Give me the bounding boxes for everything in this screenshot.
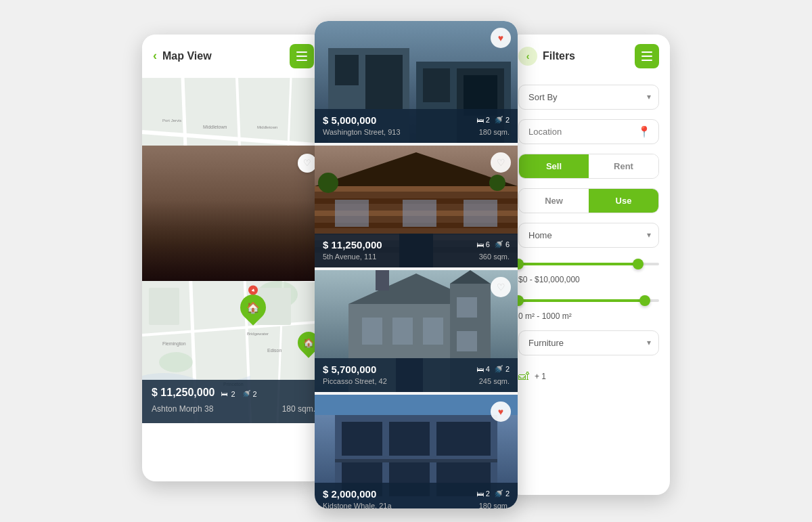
furniture-badge: + 1 [535, 372, 546, 381]
listing-2-sqm: 360 sqm. [479, 253, 510, 261]
listing-3-price: $ 5,700,000 [323, 364, 376, 375]
listing-3-beds: 🛏 4 [476, 365, 490, 373]
listing-4-address: Kidstone Whale, 21a [323, 502, 392, 508]
filters-panel: ‹ Filters Sort By Price: Low to High Pri… [508, 35, 670, 495]
property-type-row: Home Apartment Villa Office ▾ [518, 223, 659, 248]
svg-rect-57 [362, 318, 382, 345]
price-range-row: $0 - $10,000,000 [518, 257, 659, 284]
new-use-toggle: New Use [518, 188, 659, 213]
map-panel: ‹ Map View [142, 35, 325, 481]
listing-3-heart[interactable]: ♡ [491, 277, 511, 297]
sort-by-select[interactable]: Sort By Price: Low to High Price: High t… [518, 85, 659, 110]
svg-text:Middletown: Middletown [203, 125, 227, 129]
sell-rent-toggle-row: Sell Rent [518, 154, 659, 179]
filters-menu-button[interactable] [635, 44, 659, 68]
svg-rect-67 [389, 422, 430, 456]
furniture-row: Furniture Furnished Unfurnished ▾ [518, 330, 659, 355]
listing-4-sqm: 180 sqm. [479, 502, 510, 508]
listing-card-3[interactable]: $ 5,700,000 🛏 4 🚿 2 Piccasso Street, 42 [315, 270, 518, 392]
listing-3-address: Piccasso Street, 42 [323, 377, 387, 385]
rent-button[interactable]: Rent [589, 154, 658, 178]
furniture-badge-row: 🛋 + 1 [518, 365, 659, 388]
map-image-heart[interactable]: ♡ [298, 154, 317, 173]
sort-by-row: Sort By Price: Low to High Price: High t… [518, 85, 659, 110]
svg-rect-33 [365, 55, 403, 109]
svg-rect-73 [315, 395, 518, 415]
listing-card-1[interactable]: $ 5,000,000 🛏 2 🚿 2 Washington Street, 9 [315, 21, 518, 143]
svg-rect-47 [403, 200, 436, 227]
property-type-wrapper: Home Apartment Villa Office ▾ [518, 223, 659, 248]
svg-rect-48 [464, 200, 497, 227]
panels-container: ‹ Map View [142, 21, 670, 508]
svg-point-50 [318, 173, 338, 193]
sort-by-wrapper: Sort By Price: Low to High Price: High t… [518, 85, 659, 110]
svg-rect-59 [423, 318, 443, 345]
svg-rect-46 [335, 200, 369, 227]
map-pin-2[interactable]: 🏠 ♥ [240, 295, 266, 320]
map-property-price: $ 11,250,000 [152, 387, 215, 399]
svg-rect-72 [335, 459, 497, 462]
listing-2-price: $ 11,250,000 [323, 239, 382, 251]
area-range-row: 0 m² - 1000 m² [518, 294, 659, 321]
svg-rect-68 [436, 422, 491, 456]
listing-card-2[interactable]: $ 11,250,000 🛏 6 🚿 6 5th Avenue, 111 [315, 146, 518, 267]
map-property-card: $ 11,250,000 🛏 2 🚿 2 Ashton Morph 38 180… [142, 380, 325, 423]
price-range-thumb-right[interactable] [633, 259, 644, 269]
price-range-slider[interactable] [518, 257, 659, 271]
map-menu-button[interactable] [290, 44, 314, 68]
svg-rect-63 [376, 270, 389, 290]
map-back-arrow[interactable]: ‹ [153, 49, 157, 63]
listing-4-baths: 🚿 2 [494, 490, 510, 498]
location-row: 📍 [518, 119, 659, 144]
svg-text:Flemington: Flemington [162, 341, 186, 347]
use-button[interactable]: Use [589, 189, 658, 213]
listing-4-beds: 🛏 2 [476, 490, 490, 498]
map-title: Map View [162, 50, 212, 62]
bath-count: 🚿 2 [242, 390, 257, 398]
listing-4-price: $ 2,000,000 [323, 488, 376, 500]
svg-text:Edison: Edison [267, 348, 282, 353]
map-featured-image: ♡ [142, 146, 325, 281]
area-range-thumb-right[interactable] [639, 295, 650, 306]
location-pin-icon: 📍 [637, 125, 651, 138]
listing-3-baths: 🚿 2 [494, 365, 510, 374]
listings-panel[interactable]: $ 5,000,000 🛏 2 🚿 2 Washington Street, 9 [315, 21, 518, 508]
furniture-wrapper: Furniture Furnished Unfurnished ▾ [518, 330, 659, 355]
area-range-slider[interactable] [518, 294, 659, 307]
map-property-sqm: 180 sqm. [282, 404, 315, 414]
property-type-select[interactable]: Home Apartment Villa Office [518, 223, 659, 248]
svg-point-51 [489, 175, 505, 191]
svg-text:Middletown: Middletown [257, 125, 277, 129]
svg-rect-58 [392, 318, 413, 345]
sell-button[interactable]: Sell [519, 154, 589, 178]
bed-count: 🛏 2 [221, 390, 235, 398]
svg-rect-32 [335, 55, 359, 85]
filters-title: Filters [543, 50, 575, 62]
svg-text:Bridgewater: Bridgewater [247, 332, 269, 336]
furniture-select[interactable]: Furniture Furnished Unfurnished [518, 330, 659, 355]
map-property-address: Ashton Morph 38 [152, 404, 213, 414]
svg-rect-61 [457, 331, 477, 351]
listing-2-beds: 🛏 6 [476, 240, 490, 248]
listing-3-sqm: 245 sqm. [479, 377, 510, 385]
new-button[interactable]: New [519, 189, 589, 213]
svg-rect-39 [315, 186, 518, 192]
filters-body: Sort By Price: Low to High Price: High t… [508, 78, 670, 395]
listing-2-heart[interactable]: ♡ [491, 152, 511, 173]
listing-2-baths: 🚿 6 [494, 240, 510, 249]
map-header: ‹ Map View [142, 35, 325, 78]
map-area[interactable]: Middletown Port Jervis Middletown Hacket… [142, 78, 325, 423]
listing-1-heart[interactable]: ♥ [491, 28, 511, 48]
filters-back-button[interactable]: ‹ [518, 47, 537, 66]
svg-rect-60 [457, 297, 477, 318]
svg-point-10 [159, 352, 193, 372]
listing-4-heart[interactable]: ♥ [491, 401, 511, 422]
furniture-sofa-icon: 🛋 [518, 370, 529, 383]
listing-card-4[interactable]: $ 2,000,000 🛏 2 🚿 2 Kidstone Whale, 21a [315, 395, 518, 508]
listing-2-address: 5th Avenue, 111 [323, 253, 376, 261]
svg-rect-17 [149, 288, 179, 325]
location-input-wrapper: 📍 [518, 119, 659, 144]
listing-1-baths: 🚿 2 [494, 116, 510, 125]
area-range-label: 0 m² - 1000 m² [518, 311, 659, 321]
listing-1-sqm: 180 sqm. [479, 128, 510, 136]
